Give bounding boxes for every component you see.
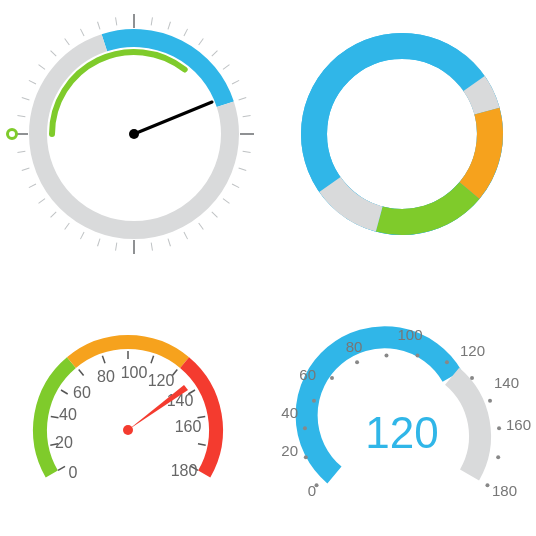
svg-line-4 [223, 199, 229, 204]
svg-line-38 [239, 98, 247, 100]
svg-line-18 [22, 168, 30, 170]
svg-line-22 [22, 98, 30, 100]
svg-point-79 [384, 353, 388, 357]
svg-line-9 [151, 243, 152, 251]
svg-line-17 [29, 184, 36, 188]
svg-line-36 [223, 65, 229, 70]
svg-line-3 [232, 184, 239, 188]
svg-text:100: 100 [121, 364, 148, 381]
svg-text:120: 120 [460, 342, 485, 359]
svg-line-2 [239, 168, 247, 170]
gauge-top-right [268, 0, 536, 268]
svg-point-86 [485, 483, 489, 487]
svg-line-8 [168, 239, 170, 247]
svg-line-53 [79, 370, 84, 376]
svg-line-56 [151, 356, 154, 363]
gauge-top-left [0, 0, 268, 268]
svg-line-24 [39, 65, 45, 70]
gauge-display-value: 120 [365, 408, 438, 457]
svg-line-14 [65, 223, 70, 229]
svg-line-21 [17, 116, 25, 117]
svg-point-77 [330, 376, 334, 380]
svg-line-31 [151, 17, 152, 25]
gauge-bottom-right: 0 20 40 60 80 100 120 140 160 180 120 [268, 268, 536, 536]
svg-point-74 [304, 455, 308, 459]
svg-text:40: 40 [281, 404, 298, 421]
svg-line-25 [51, 51, 57, 57]
svg-text:140: 140 [494, 374, 519, 391]
svg-line-26 [65, 39, 70, 45]
svg-point-78 [355, 360, 359, 364]
svg-text:160: 160 [506, 416, 531, 433]
svg-line-29 [116, 17, 117, 25]
svg-line-16 [39, 199, 45, 204]
svg-text:180: 180 [171, 462, 198, 479]
svg-line-1 [243, 151, 251, 152]
svg-line-5 [212, 212, 218, 218]
svg-line-13 [80, 232, 84, 239]
svg-text:160: 160 [175, 418, 202, 435]
svg-text:0: 0 [308, 482, 316, 499]
svg-text:120: 120 [148, 372, 175, 389]
svg-point-46 [129, 129, 139, 139]
svg-line-35 [212, 51, 218, 57]
svg-line-6 [199, 223, 204, 229]
svg-point-83 [488, 399, 492, 403]
svg-text:60: 60 [73, 384, 91, 401]
svg-text:180: 180 [492, 482, 517, 499]
svg-line-19 [17, 151, 25, 152]
svg-text:80: 80 [346, 338, 363, 355]
svg-line-32 [168, 22, 170, 30]
svg-line-54 [102, 356, 105, 363]
svg-point-76 [312, 399, 316, 403]
svg-point-72 [123, 425, 133, 435]
svg-text:40: 40 [59, 406, 77, 423]
svg-line-49 [58, 466, 65, 470]
svg-line-12 [98, 239, 100, 247]
svg-text:20: 20 [55, 434, 73, 451]
svg-line-11 [116, 243, 117, 251]
svg-text:80: 80 [97, 368, 115, 385]
gauge-bottom-left: 0 20 40 60 80 100 120 140 160 180 [0, 268, 268, 536]
svg-text:100: 100 [397, 326, 422, 343]
svg-line-37 [232, 80, 239, 84]
svg-line-39 [243, 116, 251, 117]
svg-line-60 [198, 444, 206, 446]
svg-line-33 [184, 29, 188, 36]
svg-point-80 [416, 353, 420, 357]
svg-text:20: 20 [281, 442, 298, 459]
svg-line-34 [199, 39, 204, 45]
tick-label: 0 [69, 464, 78, 481]
svg-line-15 [51, 212, 57, 218]
svg-point-82 [470, 376, 474, 380]
svg-line-23 [29, 80, 36, 84]
svg-point-84 [497, 426, 501, 430]
svg-line-52 [61, 390, 68, 394]
svg-line-7 [184, 232, 188, 239]
svg-text:60: 60 [299, 366, 316, 383]
svg-point-75 [303, 426, 307, 430]
svg-point-81 [445, 360, 449, 364]
svg-line-45 [134, 102, 212, 134]
svg-line-27 [80, 29, 84, 36]
gauge-needle [129, 102, 212, 139]
svg-point-85 [496, 455, 500, 459]
svg-line-51 [51, 416, 59, 417]
svg-point-44 [8, 130, 17, 139]
svg-line-28 [98, 22, 100, 30]
